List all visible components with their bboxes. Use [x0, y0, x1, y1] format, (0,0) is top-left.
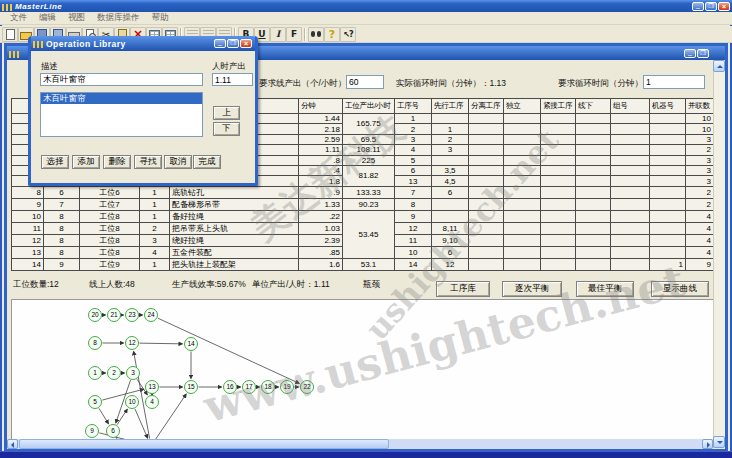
- graph-node[interactable]: 23: [126, 309, 139, 322]
- cell-offline[interactable]: [576, 210, 611, 222]
- cell-group[interactable]: [611, 176, 650, 186]
- operation-listbox[interactable]: 木百叶窗帘: [40, 92, 203, 137]
- cell-machine[interactable]: [650, 145, 686, 155]
- scroll-down-icon[interactable]: [713, 436, 725, 448]
- cell-op[interactable]: 8: [395, 198, 432, 210]
- cell-station_no[interactable]: 8: [44, 210, 80, 222]
- cell-offline[interactable]: [576, 145, 611, 155]
- cell-group[interactable]: [611, 124, 650, 134]
- graph-node[interactable]: 24: [145, 309, 158, 322]
- cell-parallel[interactable]: 3: [686, 155, 714, 165]
- cell-station[interactable]: 工位6: [80, 186, 140, 198]
- cell-idx[interactable]: 10: [12, 210, 44, 222]
- cell-indep[interactable]: [504, 165, 541, 175]
- graph-node[interactable]: 10: [126, 396, 139, 409]
- cell-parallel[interactable]: 4: [686, 246, 714, 258]
- cell-machine[interactable]: [650, 246, 686, 258]
- graph-node[interactable]: 20: [89, 309, 102, 322]
- cell-split[interactable]: [469, 258, 504, 270]
- cell-group[interactable]: [611, 234, 650, 246]
- cell-op[interactable]: 11: [395, 234, 432, 246]
- cell-offline[interactable]: [576, 134, 611, 144]
- dialog-close-icon[interactable]: [240, 39, 252, 48]
- cell-machine[interactable]: [650, 210, 686, 222]
- cell-op[interactable]: 12: [395, 222, 432, 234]
- cell-machine[interactable]: 1: [650, 258, 686, 270]
- menu-item-help[interactable]: 帮助: [146, 12, 175, 24]
- cell-pred[interactable]: 9,10: [432, 234, 469, 246]
- graph-node[interactable]: 22: [301, 381, 314, 394]
- cell-parallel[interactable]: 2: [686, 198, 714, 210]
- graph-node[interactable]: 5: [89, 396, 102, 409]
- cell-pred[interactable]: 1: [432, 124, 469, 134]
- cell-next[interactable]: [541, 258, 576, 270]
- cell-parallel[interactable]: 9: [686, 258, 714, 270]
- cell-idx[interactable]: 12: [12, 234, 44, 246]
- cell-seq[interactable]: 3: [140, 234, 170, 246]
- cell-pred[interactable]: 4,5: [432, 176, 469, 186]
- process-library-button[interactable]: 工序库: [436, 281, 490, 297]
- cell-output[interactable]: 108.11: [343, 145, 395, 155]
- cell-idx[interactable]: 8: [12, 186, 44, 198]
- cell-idx[interactable]: 14: [12, 258, 44, 270]
- cell-split[interactable]: [469, 155, 504, 165]
- line-output-input[interactable]: [346, 75, 384, 89]
- cell-station[interactable]: 工位7: [80, 198, 140, 210]
- cell-station_no[interactable]: 6: [44, 186, 80, 198]
- cell-offline[interactable]: [576, 155, 611, 165]
- cell-desc[interactable]: 配备梯形吊带: [170, 198, 299, 210]
- cell-offline[interactable]: [576, 186, 611, 198]
- cell-pred[interactable]: 6: [432, 246, 469, 258]
- cell-pred[interactable]: 8,11: [432, 222, 469, 234]
- cell-offline[interactable]: [576, 198, 611, 210]
- cell-desc[interactable]: 把头轨挂上装配架: [170, 258, 299, 270]
- cell-next[interactable]: [541, 124, 576, 134]
- scroll-right-icon[interactable]: [702, 439, 713, 449]
- cell-group[interactable]: [611, 258, 650, 270]
- close-icon[interactable]: [718, 2, 730, 11]
- child-minimize-icon[interactable]: [684, 49, 696, 58]
- maximize-icon[interactable]: [705, 2, 717, 11]
- cell-minutes[interactable]: 1.03: [299, 222, 343, 234]
- cell-station[interactable]: 工位8: [80, 246, 140, 258]
- cell-output[interactable]: 90.23: [343, 198, 395, 210]
- cell-next[interactable]: [541, 186, 576, 198]
- cell-split[interactable]: [469, 210, 504, 222]
- cell-op[interactable]: 3: [395, 134, 432, 144]
- cell-minutes[interactable]: .4: [299, 165, 343, 175]
- cell-group[interactable]: [611, 222, 650, 234]
- cell-next[interactable]: [541, 176, 576, 186]
- font-button[interactable]: [286, 27, 302, 42]
- cell-pred[interactable]: [432, 210, 469, 222]
- scroll-left-icon[interactable]: [7, 439, 18, 449]
- minimize-icon[interactable]: [692, 2, 704, 11]
- cell-offline[interactable]: [576, 176, 611, 186]
- cell-indep[interactable]: [504, 234, 541, 246]
- cell-station[interactable]: 工位8: [80, 210, 140, 222]
- cell-offline[interactable]: [576, 124, 611, 134]
- cell-pred[interactable]: [432, 114, 469, 124]
- graph-node[interactable]: 12: [126, 337, 139, 350]
- cell-op[interactable]: 2: [395, 124, 432, 134]
- cell-station[interactable]: 工位9: [80, 258, 140, 270]
- cell-minutes[interactable]: 2.39: [299, 234, 343, 246]
- cell-group[interactable]: [611, 165, 650, 175]
- cell-seq[interactable]: 1: [140, 258, 170, 270]
- context-help-button[interactable]: [340, 27, 356, 42]
- cell-idx[interactable]: 13: [12, 246, 44, 258]
- cell-parallel[interactable]: 3: [686, 165, 714, 175]
- cell-pred[interactable]: 2: [432, 134, 469, 144]
- output-per-hour-input[interactable]: [212, 73, 253, 86]
- graph-node[interactable]: 14: [185, 338, 198, 351]
- cell-pred[interactable]: 3,5: [432, 165, 469, 175]
- graph-node[interactable]: 19: [281, 381, 294, 394]
- graph-node[interactable]: 15: [185, 381, 198, 394]
- italic-button[interactable]: [270, 27, 286, 42]
- dialog-maximize-icon[interactable]: [227, 39, 239, 48]
- cell-group[interactable]: [611, 198, 650, 210]
- cell-output[interactable]: 53.1: [343, 258, 395, 270]
- cell-indep[interactable]: [504, 124, 541, 134]
- cell-desc[interactable]: 绕好拉绳: [170, 234, 299, 246]
- cell-next[interactable]: [541, 114, 576, 124]
- cell-split[interactable]: [469, 114, 504, 124]
